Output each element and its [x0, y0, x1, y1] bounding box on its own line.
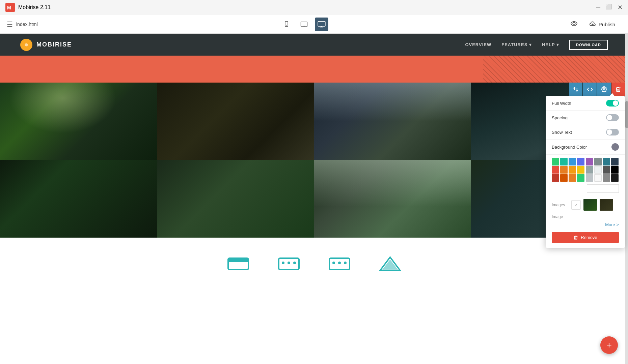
gallery-cell-7 [314, 160, 471, 238]
hamburger-menu-icon[interactable]: ☰ [7, 20, 13, 28]
color-swatch[interactable] [552, 158, 559, 165]
gallery-image-7 [314, 160, 471, 238]
close-button[interactable]: ✕ [618, 4, 623, 11]
show-text-row: Show Text [546, 125, 625, 140]
color-swatch[interactable] [577, 166, 584, 174]
orange-hero-section [0, 56, 628, 83]
nav-item-features[interactable]: FEATURES ▾ [501, 42, 532, 47]
color-swatch[interactable] [569, 174, 576, 182]
color-swatch[interactable] [594, 158, 602, 165]
add-block-fab-button[interactable]: + [600, 336, 618, 354]
site-navbar: MOBIRISE OVERVIEW FEATURES ▾ HELP ▾ DOWN… [0, 34, 628, 56]
svg-point-18 [338, 262, 341, 264]
color-swatch[interactable] [560, 166, 568, 174]
svg-point-7 [573, 22, 575, 25]
color-swatch[interactable] [586, 158, 593, 165]
nav-item-overview[interactable]: OVERVIEW [465, 42, 491, 47]
color-swatch[interactable] [577, 158, 584, 165]
filename-label: index.html [16, 22, 38, 27]
remove-button[interactable]: Remove [552, 232, 619, 243]
toolbar-left: ☰ index.html [7, 20, 38, 28]
svg-point-9 [25, 43, 28, 46]
color-swatch[interactable] [594, 174, 602, 182]
icon-block-1 [226, 255, 250, 272]
mobile-device-button[interactable] [280, 18, 293, 31]
gallery-cell-2 [157, 83, 314, 160]
svg-point-14 [288, 262, 290, 264]
color-swatch[interactable] [569, 158, 576, 165]
full-width-toggle[interactable] [606, 100, 619, 107]
remove-label: Remove [581, 235, 597, 240]
color-swatch[interactable] [594, 166, 602, 174]
trash-icon [573, 235, 578, 240]
desktop-device-button[interactable] [315, 18, 328, 31]
fab-plus-icon: + [606, 340, 612, 351]
color-swatch[interactable] [560, 158, 568, 165]
full-width-row: Full Width [546, 96, 625, 111]
more-link[interactable]: More > [546, 221, 625, 230]
color-swatch[interactable] [603, 174, 610, 182]
settings-panel: Full Width Spacing Show Text Background … [546, 96, 625, 248]
color-swatch[interactable] [611, 174, 619, 182]
publish-button[interactable]: Publish [583, 18, 621, 31]
svg-point-5 [304, 26, 304, 27]
preview-area: MOBIRISE OVERVIEW FEATURES ▾ HELP ▾ DOWN… [0, 34, 628, 364]
toolbar: ☰ index.html Publish [0, 15, 628, 34]
svg-point-17 [332, 262, 335, 264]
gallery-cell-1 [0, 83, 157, 160]
spacing-toggle[interactable] [606, 114, 619, 121]
color-swatch[interactable] [560, 174, 568, 182]
gallery-cell-3 [314, 83, 471, 160]
image-thumbnail-1[interactable] [583, 199, 597, 211]
site-logo-text: MOBIRISE [36, 41, 72, 48]
tablet-device-button[interactable] [297, 18, 311, 31]
scrollbar[interactable] [625, 34, 628, 364]
svg-rect-6 [318, 22, 325, 26]
image-thumbnail-2[interactable] [600, 199, 613, 211]
gallery-cell-5 [0, 160, 157, 238]
images-prev-arrow[interactable]: ‹ [571, 200, 581, 210]
images-row: Images ‹ [546, 197, 625, 213]
color-swatch[interactable] [586, 166, 593, 174]
gallery-grid [0, 83, 628, 238]
color-grid [552, 158, 619, 182]
gallery-image-2 [157, 83, 314, 160]
show-text-toggle[interactable] [606, 129, 619, 135]
spacing-label: Spacing [552, 115, 568, 120]
spacing-row: Spacing [546, 111, 625, 125]
icon-block-2 [277, 255, 301, 272]
color-swatch[interactable] [603, 158, 610, 165]
color-swatch[interactable] [569, 166, 576, 174]
color-swatch[interactable] [577, 174, 584, 182]
thumb-forest-2 [600, 199, 613, 211]
color-swatch[interactable] [552, 166, 559, 174]
block-swap-button[interactable] [569, 83, 582, 96]
color-swatch[interactable] [611, 166, 619, 174]
site-logo: MOBIRISE [20, 39, 72, 51]
color-swatch[interactable] [603, 166, 610, 174]
color-swatch[interactable] [552, 174, 559, 182]
svg-rect-11 [228, 258, 248, 262]
icon-3 [328, 255, 351, 272]
icon-block-4 [378, 255, 402, 272]
background-color-row: Background Color [546, 140, 625, 155]
hex-input-row: #553982 [552, 183, 619, 194]
app-title: Mobirise 2.11 [18, 4, 51, 10]
block-code-button[interactable] [583, 83, 597, 96]
icon-2 [277, 255, 301, 272]
color-swatch[interactable] [611, 158, 619, 165]
scrollbar-thumb[interactable] [625, 101, 628, 128]
background-color-swatch[interactable] [611, 143, 619, 151]
preview-button[interactable] [570, 20, 578, 29]
svg-text:M: M [7, 5, 11, 10]
nav-download-button[interactable]: DOWNLOAD [569, 40, 608, 50]
minimize-button[interactable]: ─ [596, 4, 600, 11]
maximize-button[interactable]: ⬜ [606, 4, 612, 11]
gallery-image-3 [314, 83, 471, 160]
svg-point-3 [286, 25, 287, 26]
nav-item-help[interactable]: HELP ▾ [542, 42, 559, 47]
publish-label: Publish [599, 22, 615, 27]
color-swatch[interactable] [586, 174, 593, 182]
hex-color-input[interactable]: #553982 [587, 184, 619, 193]
block-settings-button[interactable] [597, 83, 611, 96]
